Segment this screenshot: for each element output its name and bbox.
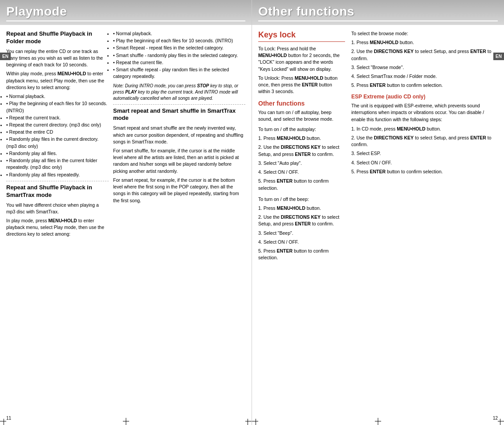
bullet-item: Smart shuffle - randomly play files in t… [113, 52, 245, 59]
beep-step3: 3. Select "Beep". [258, 230, 345, 237]
esp-step5: 5. Press ENTER button to confirm selecti… [351, 168, 498, 175]
autoplay-subtitle: To turn on / off the autoplay: [258, 126, 345, 133]
bullet-item: Randomly play files in the current direc… [6, 136, 109, 149]
bullet-item: Randomly play all files repeatedly. [6, 172, 109, 178]
bullet-item: Repeat the entire CD [6, 129, 109, 135]
crop-mark [378, 418, 378, 425]
autoplay-step3: 3. Select "Auto play". [258, 160, 345, 167]
right-col: Normal playback. Play the beginning of e… [113, 30, 245, 240]
browse-step4: 4. Select SmartTrax mode / Folder mode. [351, 73, 498, 80]
browse-step2: 2. Use the DIRECTIONS KEY to select Setu… [351, 48, 498, 61]
bullet-item: Randomly play all files. [6, 150, 109, 157]
esp-step4: 4. Select ON / OFF. [351, 159, 498, 166]
crop-mark [0, 421, 6, 421]
right-main-col: Keys lock To Lock: Press and hold the ME… [258, 30, 345, 263]
smart-repeat-p3: For smart repeat, for example, if the cu… [113, 177, 245, 204]
crop-mark [256, 419, 256, 425]
keys-lock-title: Keys lock [258, 30, 345, 42]
keys-lock-p2: To Unlock: Press MENU•HOLD button once, … [258, 75, 345, 95]
crop-mark [375, 421, 381, 421]
beep-step2: 2. Use the DIRECTIONS KEY to select Setu… [258, 214, 345, 227]
crop-mark [123, 421, 129, 421]
beep-step4: 4. Select ON / OFF. [258, 239, 345, 245]
note-block: Note: During INTRO mode, you can press S… [113, 83, 245, 102]
browse-step3: 3. Select "Browse mode". [351, 64, 498, 71]
bullet-item: Normal playback. [113, 30, 245, 37]
crop-mark [500, 419, 500, 425]
smart-repeat-title: Smart repeat and Smart shuffle in SmartT… [113, 107, 245, 123]
esp-step1: 1. In CD mode, press MENU•HOLD button. [351, 126, 498, 132]
autoplay-step5: 5. Press ENTER button to confirm selecti… [258, 178, 345, 191]
other-functions-title: Other functions [258, 100, 345, 107]
autoplay-step1: 1. Press MENU•HOLD button. [258, 135, 345, 142]
bullet-item: Normal playback. [6, 93, 109, 100]
right-page-title: Other functions [258, 4, 498, 21]
smart-repeat-p1: Smart repeat and smart shuffle are the n… [113, 125, 245, 145]
left-page-content: Repeat and Shuffle Playback in Folder mo… [0, 25, 252, 245]
right-page: Other functions EN Keys lock To Lock: Pr… [252, 0, 504, 425]
esp-step3: 3. Select ESP. [351, 150, 498, 157]
en-badge-left: EN [0, 53, 11, 60]
crop-mark [498, 421, 504, 421]
section-divider [6, 181, 109, 181]
esp-step2: 2. Use the DIRECTIONS KEY to select Setu… [351, 135, 498, 148]
crop-mark [252, 421, 258, 421]
beep-step5: 5. Press ENTER button to confirm selecti… [258, 248, 345, 261]
right-side-col: To select the browse mode: 1. Press MENU… [351, 30, 498, 263]
page-number-left: 11 [6, 416, 11, 421]
repeat-smarttrax-p2: In play mode, press MENU•HOLD to enter p… [6, 217, 109, 238]
repeat-smarttrax-p1: You will have different choice when play… [6, 202, 109, 215]
bullet-item: Randomly play all files in the current f… [6, 157, 109, 171]
esp-p1: The unit is equipped with ESP-extreme, w… [351, 102, 498, 123]
left-page: Playmode EN Repeat and Shuffle Playback … [0, 0, 252, 425]
bullet-item: Smart shuffle repeat - play random files… [113, 66, 245, 80]
other-functions-intro: You can turn on / off autoplay, beep sou… [258, 109, 345, 123]
esp-title: ESP Extreme (audio CD only) [351, 94, 498, 101]
repeat-folder-title: Repeat and Shuffle Playback in Folder mo… [6, 30, 109, 45]
autoplay-step2: 2. Use the DIRECTIONS KEY to select Setu… [258, 144, 345, 157]
bullet-item: Repeat the current file. [113, 59, 245, 66]
beep-step1: 1. Press MENU•HOLD button. [258, 205, 345, 212]
section-divider-2 [113, 104, 245, 105]
repeat-folder-p2: Within play mode, press MENU•HOLD to ent… [6, 70, 109, 91]
crop-mark [126, 418, 126, 425]
repeat-folder-p1: You can replay the entire CD or one trac… [6, 48, 109, 69]
crop-mark [245, 421, 252, 421]
bullet-item: Repeat the current directory. (mp3 disc … [6, 122, 109, 128]
crop-mark [4, 419, 4, 425]
smart-repeat-p2: For smart shuffle, for example, if the c… [113, 147, 245, 175]
bullet-item: Play the beginning of each files for 10 … [113, 37, 245, 44]
repeat-smarttrax-title: Repeat and Shuffle Playback in SmartTrax… [6, 184, 109, 199]
browse-subtitle: To select the browse mode: [351, 30, 498, 37]
left-page-header: Playmode [0, 0, 252, 25]
bullet-item: Play the beginning of each files for 10 … [6, 100, 109, 114]
right-col-bullets: Normal playback. Play the beginning of e… [113, 30, 245, 80]
bullet-item: Repeat the current track. [6, 114, 109, 121]
browse-step1: 1. Press MENU•HOLD button. [351, 39, 498, 46]
keys-lock-p1: To Lock: Press and hold the MENU•HOLD bu… [258, 45, 345, 73]
left-col: Repeat and Shuffle Playback in Folder mo… [6, 30, 109, 240]
page-number-right: 12 [493, 416, 498, 421]
autoplay-step4: 4. Select ON / OFF. [258, 169, 345, 176]
browse-step5: 5. Press ENTER button to confirm selecti… [351, 82, 498, 89]
bullet-item: Smart Repeat - repeat files in the selec… [113, 45, 245, 51]
crop-mark [248, 419, 248, 425]
en-badge-right: EN [493, 53, 504, 60]
right-page-header: Other functions [252, 0, 504, 25]
right-page-content: Keys lock To Lock: Press and hold the ME… [252, 25, 504, 269]
page-container: Playmode EN Repeat and Shuffle Playback … [0, 0, 504, 425]
repeat-folder-bullets: Normal playback. Play the beginning of e… [6, 93, 109, 178]
beep-subtitle: To turn on / off the beep: [258, 196, 345, 203]
left-page-title: Playmode [6, 4, 245, 21]
